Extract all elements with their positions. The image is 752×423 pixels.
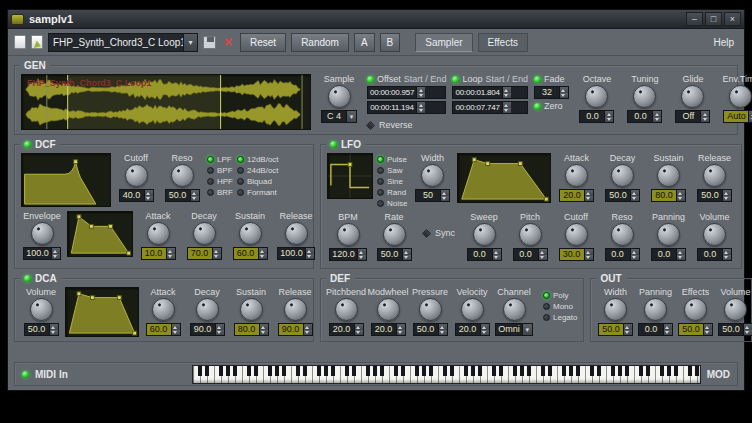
spinner-buttons[interactable] (722, 190, 731, 201)
knob-spinbox[interactable]: 0.0 (605, 248, 640, 261)
spinner-buttons[interactable] (604, 111, 613, 122)
envelope-node[interactable] (519, 162, 523, 166)
spin-down-icon[interactable] (403, 255, 411, 261)
dropdown-arrow-icon[interactable]: ▾ (346, 111, 356, 122)
spin-down-icon[interactable] (723, 196, 731, 202)
knob-dial[interactable] (240, 298, 263, 321)
spin-down-icon[interactable] (560, 93, 568, 99)
knob-spinbox[interactable]: 90.0 (190, 323, 225, 336)
spinner-buttons[interactable] (354, 324, 363, 335)
spin-down-icon[interactable] (417, 108, 425, 114)
spin-down-icon[interactable] (631, 255, 639, 261)
radio-12db[interactable]: 12dB/oct (237, 155, 279, 164)
radio-lpf[interactable]: LPF (207, 155, 233, 164)
knob-dial[interactable] (724, 298, 747, 321)
knob-spinbox[interactable]: 0.0 (651, 248, 686, 261)
lfo-wave-node[interactable] (348, 163, 352, 167)
radio-noise[interactable]: Noise (377, 199, 407, 208)
spin-down-icon[interactable] (744, 330, 752, 336)
knob-dial[interactable] (171, 164, 194, 187)
knob-spinbox[interactable]: 30.0 (559, 248, 594, 261)
knob-dial[interactable] (703, 223, 726, 246)
spin-down-icon[interactable] (355, 330, 363, 336)
spin-down-icon[interactable] (605, 117, 613, 123)
spin-down-icon[interactable] (653, 117, 661, 123)
titlebar[interactable]: samplv1 – □ × (8, 10, 744, 29)
knob-dial[interactable] (421, 164, 444, 187)
spinner-buttons[interactable] (416, 102, 425, 113)
knob-dial[interactable] (611, 223, 634, 246)
knob-dial[interactable] (565, 223, 588, 246)
spin-down-icon[interactable] (216, 330, 224, 336)
knob-dial[interactable] (461, 298, 484, 321)
knob-spinbox[interactable]: 50.0 (605, 189, 640, 202)
knob-spinbox[interactable]: 20.0 (371, 323, 406, 336)
envelope-node[interactable] (109, 224, 113, 228)
spinner-buttons[interactable] (357, 249, 366, 260)
spin-down-icon[interactable] (172, 330, 180, 336)
spin-down-icon[interactable] (260, 330, 268, 336)
knob-spinbox[interactable]: 50.0 (718, 323, 752, 336)
knob-dial[interactable] (196, 298, 219, 321)
spinner-buttons[interactable] (652, 111, 661, 122)
spinner-buttons[interactable] (305, 248, 314, 259)
spinner-buttons[interactable] (49, 324, 58, 335)
knob-dial[interactable] (657, 164, 680, 187)
dropdown-arrow-icon[interactable]: ▾ (522, 324, 532, 335)
spin-down-icon[interactable] (481, 330, 489, 336)
reverse-checkbox[interactable]: Reverse (367, 120, 446, 130)
spin-down-icon[interactable] (417, 93, 425, 99)
knob-dial[interactable] (147, 222, 170, 245)
spinner-buttons[interactable] (144, 190, 153, 201)
radio-formant[interactable]: Formant (237, 188, 279, 197)
new-preset-icon[interactable] (14, 35, 26, 49)
envelope-node[interactable] (117, 296, 121, 300)
random-button[interactable]: Random (291, 33, 349, 52)
knob-spinbox[interactable]: 40.0 (119, 189, 154, 202)
spinner-buttons[interactable] (748, 111, 752, 122)
spinner-buttons[interactable] (212, 248, 221, 259)
spinner-buttons[interactable] (480, 324, 489, 335)
envelope-node[interactable] (545, 197, 549, 201)
spin-down-icon[interactable] (441, 196, 449, 202)
knob-dial[interactable] (337, 223, 360, 246)
knob-spinbox[interactable]: 10.0 (141, 247, 176, 260)
close-button[interactable]: × (724, 12, 741, 26)
knob-spinbox[interactable]: 20.0 (559, 189, 594, 202)
radio-legato[interactable]: Legato (543, 313, 577, 322)
spin-down-icon[interactable] (701, 117, 709, 123)
spinner-buttons[interactable] (743, 324, 752, 335)
spin-down-icon[interactable] (704, 330, 712, 336)
spin-down-icon[interactable] (397, 330, 405, 336)
offset-start-field[interactable]: 00:00:00.957 (367, 86, 446, 99)
knob-dial[interactable] (473, 223, 496, 246)
envelope-node[interactable] (77, 215, 81, 219)
envelope-node[interactable] (77, 292, 81, 296)
knob-dial[interactable] (519, 223, 542, 246)
envelope-node[interactable] (486, 162, 490, 166)
spinner-buttons[interactable] (303, 324, 312, 335)
lfo-wave-display[interactable] (327, 153, 373, 199)
knob-dial[interactable] (239, 222, 262, 245)
spin-down-icon[interactable] (191, 196, 199, 202)
open-preset-icon[interactable] (31, 35, 43, 49)
save-preset-icon[interactable] (203, 36, 216, 49)
knob-spinbox[interactable]: 90.0 (278, 323, 313, 336)
knob-spinbox[interactable]: Auto (723, 110, 752, 123)
knob-dial[interactable] (503, 298, 526, 321)
spinner-buttons[interactable] (502, 102, 511, 113)
knob-spinbox[interactable]: 50.0 (24, 323, 59, 336)
knob-select[interactable]: C 4▾ (321, 110, 357, 123)
spinner-buttons[interactable] (492, 249, 501, 260)
knob-dial[interactable] (703, 164, 726, 187)
knob-dial[interactable] (328, 85, 351, 108)
maximize-button[interactable]: □ (705, 12, 722, 26)
cutoff-node[interactable] (74, 160, 78, 164)
spinner-buttons[interactable] (259, 324, 268, 335)
spin-down-icon[interactable] (304, 330, 312, 336)
spinner-buttons[interactable] (171, 324, 180, 335)
mod-label[interactable]: MOD (707, 369, 730, 380)
spin-down-icon[interactable] (259, 254, 267, 260)
dcf-filter-display[interactable] (21, 153, 111, 207)
offset-led[interactable] (367, 76, 374, 83)
